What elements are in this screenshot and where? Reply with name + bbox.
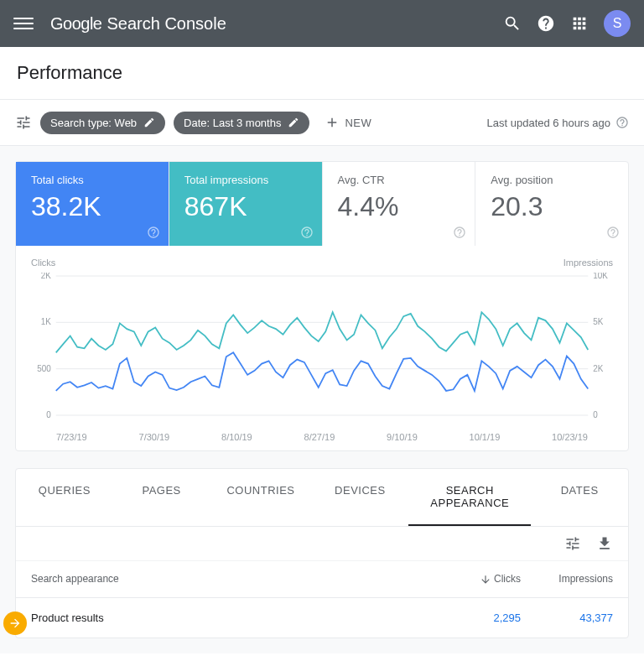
svg-text:1K: 1K: [41, 317, 51, 326]
page-title: Performance: [17, 62, 627, 84]
search-icon[interactable]: [503, 14, 522, 33]
tab-devices[interactable]: DEVICES: [312, 469, 409, 526]
tabs-card: QUERIESPAGESCOUNTRIESDEVICESSEARCH APPEA…: [15, 468, 629, 638]
metric-tile[interactable]: Avg. position 20.3: [475, 162, 628, 246]
svg-text:10K: 10K: [593, 273, 608, 280]
metric-label: Total clicks: [31, 174, 153, 186]
chart-left-axis-label: Clicks: [31, 258, 55, 268]
tabs-row: QUERIESPAGESCOUNTRIESDEVICESSEARCH APPEA…: [16, 469, 628, 527]
edit-icon: [143, 117, 155, 128]
logo-google: Google: [50, 14, 102, 34]
row-impressions: 43,377: [521, 612, 613, 624]
filters-bar: Search type: Web Date: Last 3 months NEW…: [0, 100, 644, 146]
metric-value: 4.4%: [338, 191, 460, 222]
app-header: Google Search Console S: [0, 0, 644, 47]
metric-tile[interactable]: Total impressions 867K: [169, 162, 323, 246]
svg-text:500: 500: [37, 364, 51, 373]
table-row[interactable]: Product results 2,295 43,377: [16, 598, 628, 638]
tab-dates[interactable]: DATES: [531, 469, 628, 526]
row-clicks: 2,295: [428, 612, 521, 624]
edit-icon: [288, 117, 299, 128]
menu-icon[interactable]: [13, 13, 34, 34]
chip-date-range[interactable]: Date: Last 3 months: [174, 112, 309, 134]
svg-text:5K: 5K: [593, 317, 603, 326]
svg-text:2K: 2K: [593, 364, 603, 373]
filter-icon[interactable]: [15, 114, 32, 131]
logo: Google Search Console: [50, 14, 226, 34]
sort-down-icon: [480, 574, 491, 586]
tab-queries[interactable]: QUERIES: [16, 469, 113, 526]
table-actions: [16, 527, 628, 561]
chip-search-type[interactable]: Search type: Web: [40, 112, 165, 134]
metric-value: 38.2K: [31, 191, 153, 222]
metrics-row: Total clicks 38.2K Total impressions 867…: [16, 162, 628, 246]
row-name: Product results: [31, 612, 428, 624]
metric-tile[interactable]: Total clicks 38.2K: [16, 162, 169, 246]
metric-tile[interactable]: Avg. CTR 4.4%: [323, 162, 476, 246]
avatar[interactable]: S: [604, 10, 631, 37]
metric-label: Total impressions: [184, 174, 307, 186]
performance-card: Total clicks 38.2K Total impressions 867…: [15, 161, 629, 451]
chart-x-labels: 7/23/197/30/198/10/198/27/199/10/1910/1/…: [31, 427, 613, 442]
chart-area: Clicks Impressions 2K1K5000 10K5K2K0 7/2…: [16, 246, 628, 450]
logo-product: Search Console: [107, 14, 226, 34]
page-title-bar: Performance: [0, 47, 644, 100]
last-updated: Last updated 6 hours ago: [487, 116, 629, 129]
metric-label: Avg. position: [491, 174, 613, 186]
plus-icon: [325, 115, 340, 130]
help-outline-icon[interactable]: [615, 116, 629, 129]
help-outline-icon[interactable]: [300, 226, 314, 239]
help-icon[interactable]: [537, 14, 555, 33]
filter-list-icon[interactable]: [564, 535, 581, 552]
main-content: Total clicks 38.2K Total impressions 867…: [0, 146, 644, 653]
svg-text:0: 0: [46, 410, 51, 419]
table-header: Search appearance Clicks Impressions: [16, 561, 628, 598]
chart-svg: 2K1K5000 10K5K2K0: [31, 273, 613, 424]
apps-icon[interactable]: [570, 14, 589, 33]
col-header-impressions[interactable]: Impressions: [521, 573, 613, 585]
metric-value: 867K: [184, 191, 307, 222]
tab-search-appearance[interactable]: SEARCH APPEARANCE: [408, 469, 531, 526]
help-outline-icon[interactable]: [147, 226, 160, 239]
help-outline-icon[interactable]: [606, 226, 620, 239]
col-header-name[interactable]: Search appearance: [31, 573, 428, 585]
svg-text:0: 0: [593, 410, 598, 419]
tab-pages[interactable]: PAGES: [113, 469, 210, 526]
svg-text:2K: 2K: [41, 273, 51, 280]
metric-value: 20.3: [491, 191, 613, 222]
callout-arrow-icon: [3, 612, 27, 635]
col-header-clicks[interactable]: Clicks: [428, 573, 521, 586]
download-icon[interactable]: [596, 535, 613, 552]
metric-label: Avg. CTR: [338, 174, 460, 186]
help-outline-icon[interactable]: [453, 226, 466, 239]
new-filter-button[interactable]: NEW: [318, 110, 378, 135]
tab-countries[interactable]: COUNTRIES: [210, 469, 311, 526]
chart-right-axis-label: Impressions: [564, 258, 613, 268]
